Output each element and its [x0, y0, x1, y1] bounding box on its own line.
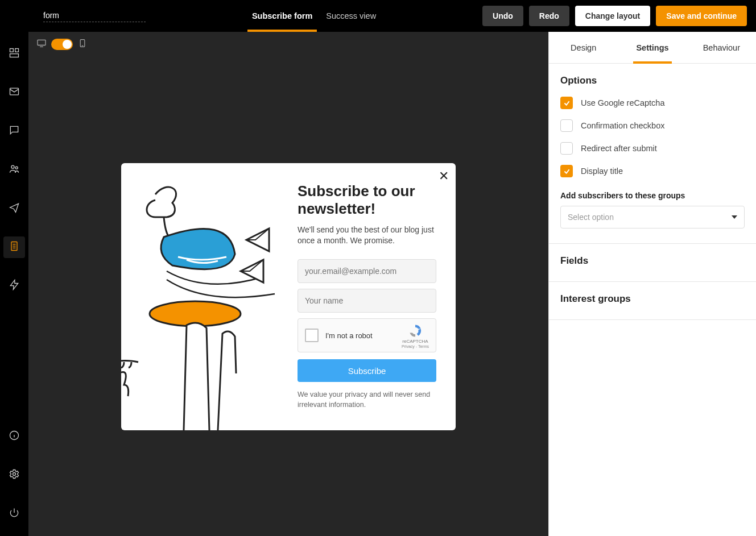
fields-title: Fields — [560, 255, 745, 267]
recaptcha-checkbox[interactable] — [305, 329, 319, 342]
sidebar-chat[interactable] — [3, 121, 25, 142]
tab-subscribe-form[interactable]: Subscribe form — [252, 0, 312, 32]
checkbox-redirect[interactable] — [560, 142, 573, 155]
panel-tab-behaviour-label: Behaviour — [703, 43, 740, 52]
users-icon — [9, 163, 20, 177]
right-panel: Design Settings Behaviour Options Use Go… — [548, 32, 756, 536]
sidebar-automations[interactable] — [3, 275, 25, 297]
undo-button[interactable]: Undo — [482, 6, 523, 26]
bolt-icon — [9, 279, 20, 293]
recaptcha-logo: reCAPTCHA Privacy - Terms — [402, 323, 429, 348]
modal-illustration — [121, 163, 292, 430]
mobile-icon — [77, 39, 88, 49]
privacy-note: We value your privacy and will never sen… — [298, 390, 436, 410]
checkbox-display-title[interactable] — [560, 165, 573, 177]
modal-title: Subscribe to our newsletter! — [298, 182, 436, 218]
options-title: Options — [560, 75, 745, 86]
tab-success-view-label: Success view — [326, 11, 376, 20]
modal-subtitle: We'll send you the best of our blog just… — [298, 225, 436, 247]
sidebar-campaigns[interactable] — [3, 198, 25, 219]
recaptcha-label: I'm not a robot — [325, 331, 402, 340]
redo-button[interactable]: Redo — [529, 6, 569, 26]
form-name-input[interactable]: form — [43, 10, 146, 22]
svg-point-6 — [15, 167, 18, 169]
chat-icon — [9, 124, 20, 138]
svg-rect-1 — [10, 49, 14, 52]
panel-section-options: Options Use Google reCaptcha Confirmatio… — [549, 64, 756, 244]
caret-down-icon — [732, 215, 737, 219]
email-field[interactable] — [298, 259, 436, 283]
sidebar-dashboard[interactable] — [3, 43, 25, 65]
svg-marker-11 — [10, 280, 18, 290]
sidebar-mail[interactable] — [3, 82, 25, 103]
change-layout-button[interactable]: Change layout — [575, 6, 650, 26]
sidebar-power[interactable] — [3, 503, 25, 525]
send-icon — [9, 202, 20, 215]
checkbox-recaptcha[interactable] — [560, 97, 573, 109]
svg-rect-2 — [15, 49, 19, 52]
left-sidebar — [0, 32, 28, 536]
illustration-icon — [121, 163, 292, 430]
panel-section-fields[interactable]: Fields — [549, 244, 756, 282]
sidebar-help[interactable] — [3, 426, 25, 447]
close-icon[interactable]: ✕ — [439, 169, 449, 184]
subscribe-button[interactable]: Subscribe — [298, 359, 436, 382]
panel-tab-settings[interactable]: Settings — [618, 32, 687, 63]
groups-label: Add subscribers to these groups — [560, 191, 745, 200]
name-field[interactable] — [298, 289, 436, 313]
svg-point-5 — [11, 165, 14, 168]
desktop-icon — [36, 39, 47, 49]
label-recaptcha: Use Google reCaptcha — [581, 98, 665, 107]
power-icon — [9, 507, 20, 521]
tab-subscribe-form-label: Subscribe form — [252, 11, 312, 20]
sidebar-forms[interactable] — [3, 236, 25, 258]
checkbox-confirmation[interactable] — [560, 119, 573, 132]
dashboard-icon — [9, 47, 20, 61]
label-confirmation: Confirmation checkbox — [581, 121, 665, 130]
panel-tab-behaviour[interactable]: Behaviour — [687, 32, 756, 63]
panel-tab-settings-label: Settings — [636, 43, 668, 52]
form-preview-modal: ✕ — [121, 163, 456, 430]
svg-rect-16 — [38, 40, 46, 45]
mail-icon — [9, 86, 20, 99]
sidebar-subscribers[interactable] — [3, 159, 25, 181]
svg-point-15 — [13, 473, 16, 476]
panel-tab-design[interactable]: Design — [549, 32, 618, 63]
sidebar-settings[interactable] — [3, 464, 25, 486]
groups-select[interactable]: Select option — [560, 206, 745, 228]
label-redirect: Redirect after submit — [581, 144, 657, 153]
panel-tab-design-label: Design — [571, 43, 596, 52]
app-logo[interactable] — [0, 0, 28, 32]
form-name-label: form — [43, 11, 59, 20]
panel-section-interest-groups[interactable]: Interest groups — [549, 282, 756, 320]
device-toggle[interactable] — [51, 39, 73, 50]
form-icon — [9, 240, 20, 254]
gear-icon — [9, 468, 20, 482]
label-display-title: Display title — [581, 167, 623, 176]
info-icon — [9, 430, 20, 443]
tab-success-view[interactable]: Success view — [326, 0, 376, 32]
groups-select-placeholder: Select option — [568, 213, 614, 222]
svg-rect-3 — [10, 54, 19, 57]
save-continue-button[interactable]: Save and continue — [656, 6, 747, 26]
recaptcha-widget[interactable]: I'm not a robot reCAPTCHA Privacy - Term… — [298, 318, 436, 352]
interest-groups-title: Interest groups — [560, 293, 745, 305]
svg-rect-4 — [10, 88, 19, 95]
